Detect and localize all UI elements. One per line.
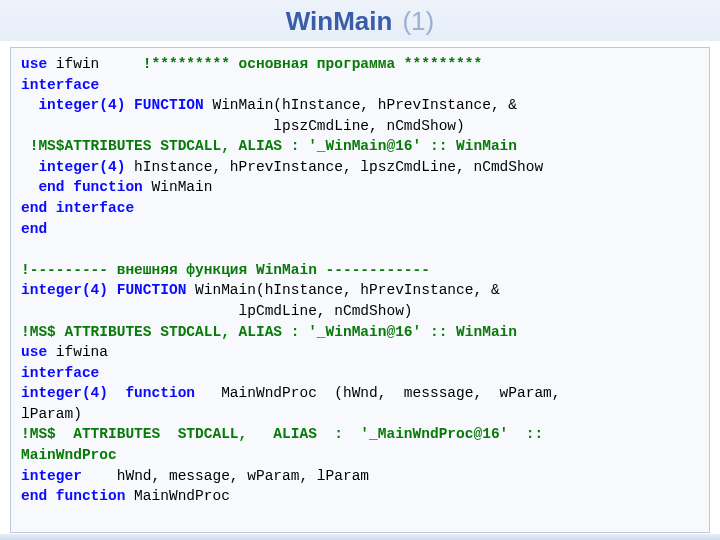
- slide-header: WinMain(1): [0, 0, 720, 41]
- code-text: ifwin: [47, 56, 143, 72]
- code-comment: !********* основная программа *********: [143, 56, 482, 72]
- code-text: hWnd, message, wParam, lParam: [82, 468, 369, 484]
- page-title: WinMain: [286, 6, 393, 36]
- code-text: ifwina: [47, 344, 108, 360]
- page-title-index: (1): [402, 6, 434, 36]
- code-text: WinMain: [143, 179, 213, 195]
- code-kw: use: [21, 344, 47, 360]
- code-kw: interface: [21, 365, 99, 381]
- code-kw: end function: [21, 179, 143, 195]
- code-text: MainWndProc (hWnd, messsage, wParam,: [195, 385, 560, 401]
- code-kw: integer(4) function: [21, 385, 195, 401]
- code-text: WinMain(hInstance, hPrevInstance, &: [204, 97, 517, 113]
- footer-bar: [0, 534, 720, 540]
- code-text: WinMain(hInstance, hPrevInstance, &: [186, 282, 499, 298]
- code-text: hInstance, hPrevInstance, lpszCmdLine, n…: [125, 159, 543, 175]
- code-kw: end: [21, 221, 47, 237]
- code-kw: end interface: [21, 200, 134, 216]
- code-comment: !MS$ ATTRIBUTES STDCALL, ALIAS : '_MainW…: [21, 426, 543, 442]
- code-comment: !--------- внешняя функция WinMain -----…: [21, 262, 430, 278]
- code-kw: integer(4): [21, 159, 125, 175]
- code-text: lpszCmdLine, nCmdShow): [21, 118, 465, 134]
- code-kw: end function: [21, 488, 125, 504]
- code-text: MainWndProc: [125, 488, 229, 504]
- code-comment: MainWndProc: [21, 447, 117, 463]
- code-text: lpCmdLine, nCmdShow): [21, 303, 413, 319]
- code-comment: !MS$ ATTRIBUTES STDCALL, ALIAS : '_WinMa…: [21, 324, 517, 340]
- code-block: use ifwin !********* основная программа …: [10, 47, 710, 533]
- code-text: lParam): [21, 406, 82, 422]
- code-kw: interface: [21, 77, 99, 93]
- code-kw: integer(4) FUNCTION: [21, 282, 186, 298]
- code-kw: integer(4) FUNCTION: [21, 97, 204, 113]
- code-kw: integer: [21, 468, 82, 484]
- code-kw: use: [21, 56, 47, 72]
- code-comment: !MS$ATTRIBUTES STDCALL, ALIAS : '_WinMai…: [21, 138, 517, 154]
